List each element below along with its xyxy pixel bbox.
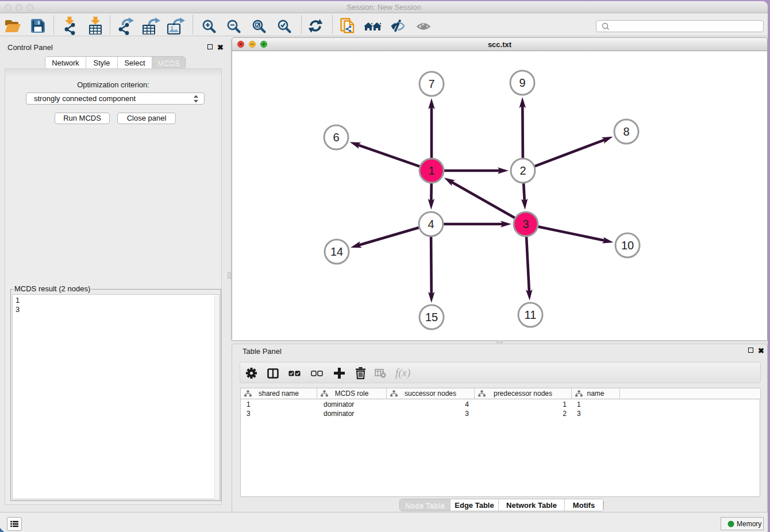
svg-text:2: 2 [519, 164, 526, 177]
svg-text:6: 6 [333, 131, 339, 144]
svg-text:15: 15 [425, 311, 438, 323]
svg-text:7: 7 [428, 78, 434, 90]
svg-text:8: 8 [623, 125, 629, 138]
svg-text:9: 9 [519, 76, 525, 89]
svg-text:4: 4 [428, 218, 434, 230]
svg-text:11: 11 [525, 309, 537, 321]
svg-text:1: 1 [428, 164, 434, 177]
svg-text:14: 14 [330, 245, 343, 258]
svg-text:3: 3 [522, 218, 529, 230]
svg-text:10: 10 [621, 239, 634, 252]
